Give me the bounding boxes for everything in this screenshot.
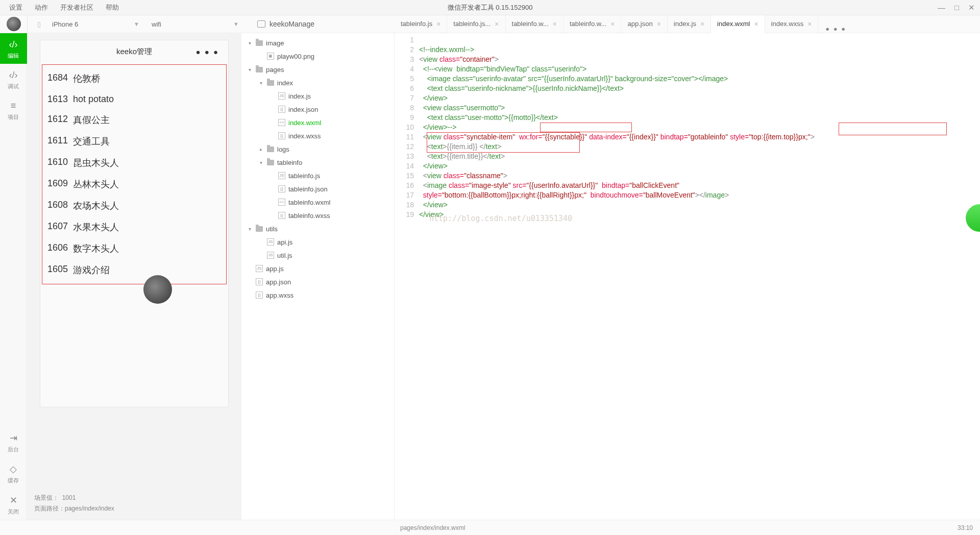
sidebar-debug-label: 调试	[8, 83, 19, 89]
tree-item[interactable]: JSapp.js	[241, 262, 394, 275]
minimize-icon[interactable]: —	[938, 3, 945, 12]
tree-label: tableinfo.wxml	[288, 199, 330, 206]
menu-settings[interactable]: 设置	[9, 3, 22, 12]
tree-item[interactable]: ▾utils	[241, 222, 394, 235]
code-icon: ‹/›	[0, 39, 27, 50]
maximize-icon[interactable]: □	[954, 3, 959, 12]
tree-label: app.js	[266, 265, 284, 273]
list-item[interactable]: 1610昆虫木头人	[47, 152, 221, 174]
tree-item[interactable]: {}index.wxss	[241, 129, 394, 142]
more-icon[interactable]: ● ● ●	[195, 47, 219, 56]
tab-label: index.wxml	[717, 20, 750, 28]
highlight-box	[427, 132, 580, 153]
tree-item[interactable]: ▸logs	[241, 142, 394, 156]
line-number: 10	[395, 123, 414, 132]
tree-item[interactable]: JSutil.js	[241, 249, 394, 262]
list-item[interactable]: 1684伦敦桥	[47, 68, 221, 89]
tree-item[interactable]: ▾image	[241, 36, 394, 50]
list-item[interactable]: 1606数字木头人	[47, 238, 221, 259]
menu-community[interactable]: 开发者社区	[60, 3, 93, 12]
sidebar-project[interactable]: ≡ 项目	[0, 94, 27, 125]
cursor-position: 33:10	[958, 524, 973, 531]
code-editor[interactable]: 12345678910111213141516171819 <!--index.…	[395, 33, 980, 520]
sidebar-background[interactable]: ⇥ 后台	[0, 426, 27, 457]
floating-ball[interactable]	[143, 275, 172, 304]
list-item[interactable]: 1612真假公主	[47, 109, 221, 131]
scene-value: 1001	[62, 494, 76, 501]
list-item[interactable]: 1607水果木头人	[47, 216, 221, 238]
close-icon[interactable]: ✕	[968, 3, 975, 12]
project-icon	[257, 20, 265, 28]
row-title: 真假公主	[73, 114, 110, 126]
tree-label: playw00.png	[277, 53, 314, 60]
sidebar-debug[interactable]: ‹/› 调试	[0, 64, 27, 94]
tree-item[interactable]: <>tableinfo.wxml	[241, 196, 394, 209]
line-number: 8	[395, 103, 414, 113]
list-item[interactable]: 1608农场木头人	[47, 195, 221, 216]
line-number: 7	[395, 93, 414, 103]
tree-item[interactable]: ▾tableinfo	[241, 156, 394, 169]
tree-item[interactable]: {}tableinfo.json	[241, 182, 394, 196]
list-item[interactable]: 1613hot potato	[47, 89, 221, 109]
tree-item[interactable]: JSapi.js	[241, 235, 394, 249]
close-icon[interactable]: ×	[553, 20, 557, 28]
title-bar: 设置 动作 开发者社区 帮助 微信开发者工具 0.15.152900 — □ ✕	[0, 0, 980, 15]
path-value: pages/index/index	[65, 505, 114, 512]
editor-tab[interactable]: tableinfo.w...×	[506, 15, 564, 33]
editor-tab[interactable]: tableinfo.js...×	[447, 15, 505, 33]
tree-item[interactable]: {}tableinfo.wxss	[241, 209, 394, 222]
close-icon[interactable]: ×	[700, 20, 704, 28]
tree-label: app.wxss	[266, 291, 293, 299]
watermark: http://blog.csdn.net/u013351340	[429, 214, 572, 224]
editor-tab[interactable]: tableinfo.js×	[395, 15, 447, 33]
editor-tab[interactable]: index.wxml×	[711, 15, 765, 33]
list-item[interactable]: 1611交通工具	[47, 131, 221, 152]
tree-item[interactable]: ▣playw00.png	[241, 50, 394, 63]
js-icon: JS	[256, 265, 263, 272]
tree-item[interactable]: {}app.wxss	[241, 288, 394, 302]
menu-actions[interactable]: 动作	[35, 3, 48, 12]
editor-tab[interactable]: app.json×	[621, 15, 667, 33]
sidebar-edit[interactable]: ‹/› 编辑	[0, 33, 27, 64]
close-icon[interactable]: ×	[436, 20, 440, 28]
close-icon[interactable]: ×	[754, 20, 758, 28]
menu-help[interactable]: 帮助	[106, 3, 119, 12]
device-select[interactable]: iPhone 6 ▼	[46, 15, 145, 33]
close-icon[interactable]: ×	[495, 20, 499, 28]
row-id: 1605	[47, 264, 68, 276]
editor-tab[interactable]: index.wxss×	[765, 15, 819, 33]
tree-item[interactable]: JSindex.js	[241, 89, 394, 103]
close-icon[interactable]: ×	[807, 20, 812, 28]
tree-item[interactable]: <>index.wxml	[241, 116, 394, 129]
tree-item[interactable]: JStableinfo.js	[241, 169, 394, 182]
code-content: <!--index.wxml--> <view class="container…	[419, 35, 980, 520]
editor-tab[interactable]: tableinfo.w...×	[564, 15, 621, 33]
status-path: pages/index/index.wxml	[400, 524, 465, 531]
row-title: 游戏介绍	[73, 264, 110, 276]
line-number: 1	[395, 35, 414, 45]
json-icon: {}	[256, 278, 263, 285]
sidebar-cache[interactable]: ◇ 缓存	[0, 457, 27, 489]
sidebar-close[interactable]: ✕ 关闭	[0, 489, 27, 520]
list-item[interactable]: 1609丛林木头人	[47, 174, 221, 195]
js-icon: JS	[267, 238, 274, 246]
network-select[interactable]: wifi ▼	[145, 15, 245, 33]
close-icon[interactable]: ×	[610, 20, 615, 28]
tree-item[interactable]: ▾pages	[241, 63, 394, 76]
tree-item[interactable]: {}index.json	[241, 103, 394, 116]
scene-label: 场景值：	[34, 494, 59, 501]
tabs-more[interactable]: ● ● ●	[818, 25, 853, 33]
tree-label: tableinfo	[277, 159, 302, 166]
line-number: 15	[395, 171, 414, 181]
close-icon[interactable]: ×	[657, 20, 661, 28]
avatar[interactable]	[7, 17, 21, 31]
tree-item[interactable]: {}app.json	[241, 275, 394, 288]
list-item[interactable]: 1605游戏介绍	[47, 259, 221, 281]
editor-tab[interactable]: index.js×	[668, 15, 711, 33]
tree-label: pages	[266, 66, 284, 74]
line-number: 6	[395, 84, 414, 93]
tree-item[interactable]: ▾index	[241, 76, 394, 89]
line-number: 11	[395, 132, 414, 142]
phone-title: keeko管理	[116, 47, 152, 57]
tree-label: index.wxml	[288, 119, 321, 127]
